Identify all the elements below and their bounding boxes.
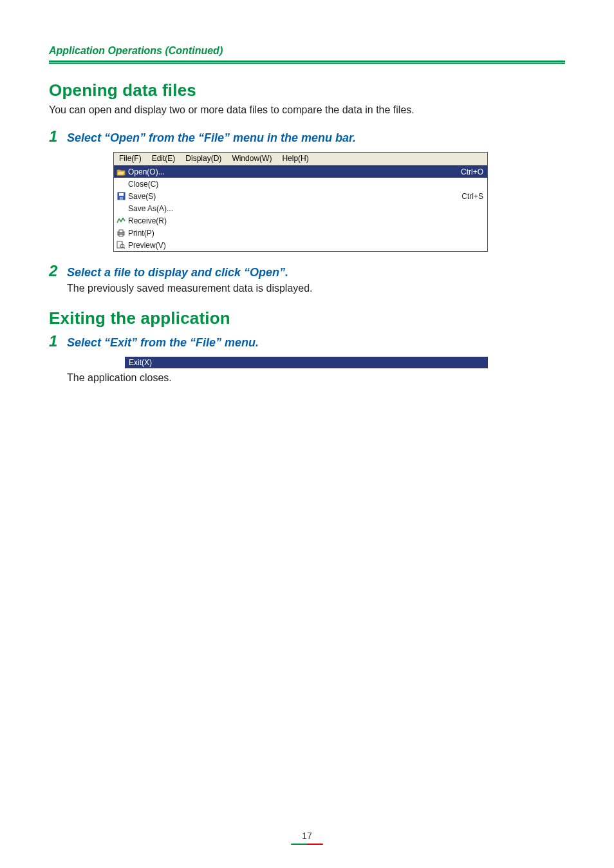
menu-label: Print(P) <box>127 229 483 238</box>
preview-icon <box>115 240 127 250</box>
step-number: 2 <box>49 262 60 280</box>
menu-item-exit[interactable]: Exit(X) <box>113 357 488 368</box>
menu-label: Preview(V) <box>127 241 483 250</box>
running-header: Application Operations (Continued) <box>49 45 565 57</box>
step-1: 1 Select “Open” from the “File” menu in … <box>49 127 565 146</box>
menu-shortcut: Ctrl+S <box>461 192 487 201</box>
file-dropdown: Open(O)... Ctrl+O Close(C) Save(S) Ctrl+… <box>114 165 487 251</box>
svg-rect-4 <box>119 230 123 232</box>
menu-item-open[interactable]: Open(O)... Ctrl+O <box>114 165 487 178</box>
print-icon <box>115 228 127 238</box>
menu-label: Exit(X) <box>125 358 152 367</box>
screenshot-file-menu: File(F) Edit(E) Display(D) Window(W) Hel… <box>113 152 488 252</box>
page-number: 17 <box>302 831 312 841</box>
menu-item-save-as[interactable]: Save As(A)... <box>114 202 487 214</box>
menu-item-preview[interactable]: Preview(V) <box>114 239 487 251</box>
save-icon <box>115 191 127 202</box>
step-2-note: The previously saved measurement data is… <box>67 283 565 294</box>
svg-rect-1 <box>119 193 124 196</box>
step-number: 1 <box>49 332 60 350</box>
step-text: Select “Exit” from the “File” menu. <box>67 336 259 350</box>
section-intro: You can open and display two or more dat… <box>49 104 565 116</box>
menu-shortcut: Ctrl+O <box>461 167 487 176</box>
menubar-display[interactable]: Display(D) <box>180 153 227 165</box>
menu-item-print[interactable]: Print(P) <box>114 227 487 239</box>
section-title-exiting: Exiting the application <box>49 308 565 328</box>
svg-line-8 <box>124 247 125 249</box>
menubar-file[interactable]: File(F) <box>114 153 147 165</box>
step-text: Select “Open” from the “File” menu in th… <box>67 131 356 145</box>
header-rule <box>49 61 565 64</box>
exit-step-1: 1 Select “Exit” from the “File” menu. <box>49 332 565 350</box>
open-icon <box>115 167 127 177</box>
step-2: 2 Select a file to display and click “Op… <box>49 262 565 280</box>
menubar-edit[interactable]: Edit(E) <box>147 153 181 165</box>
menu-item-save[interactable]: Save(S) Ctrl+S <box>114 190 487 202</box>
menubar-help[interactable]: Help(H) <box>277 153 313 165</box>
menu-label: Open(O)... <box>127 167 461 176</box>
menu-label: Save As(A)... <box>127 204 483 213</box>
svg-rect-5 <box>119 234 123 236</box>
blank-icon <box>115 203 127 214</box>
blank-icon <box>113 357 125 368</box>
footer-rule <box>291 844 323 845</box>
menu-label: Receive(R) <box>127 216 483 225</box>
blank-icon <box>115 179 127 189</box>
svg-rect-2 <box>120 197 123 200</box>
menu-label: Close(C) <box>127 180 483 189</box>
exit-note: The application closes. <box>67 372 565 384</box>
menu-label: Save(S) <box>127 192 461 201</box>
screenshot-exit-menu: Exit(X) <box>113 357 488 368</box>
svg-rect-6 <box>117 241 122 248</box>
step-text: Select a file to display and click “Open… <box>67 266 288 279</box>
receive-icon <box>115 216 127 226</box>
menubar: File(F) Edit(E) Display(D) Window(W) Hel… <box>114 153 487 165</box>
menu-item-close[interactable]: Close(C) <box>114 178 487 190</box>
page-footer: 17 <box>0 831 614 845</box>
step-number: 1 <box>49 127 60 146</box>
menu-item-receive[interactable]: Receive(R) <box>114 214 487 227</box>
menubar-window[interactable]: Window(W) <box>227 153 277 165</box>
section-title-opening: Opening data files <box>49 80 565 100</box>
